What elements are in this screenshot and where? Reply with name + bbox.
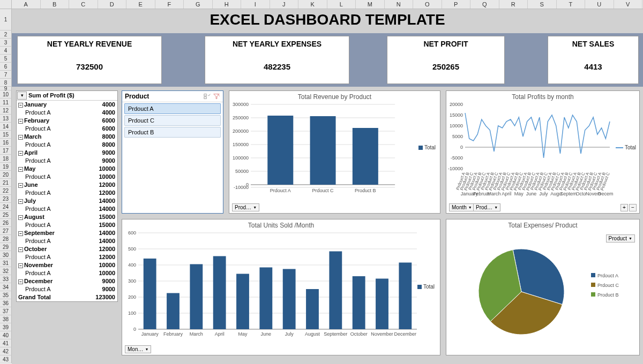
row-header[interactable]: 19: [0, 163, 12, 171]
row-header[interactable]: 22: [0, 187, 12, 195]
col-header[interactable]: F: [155, 0, 184, 9]
row-header[interactable]: 13: [0, 115, 12, 123]
collapse-icon[interactable]: −: [18, 151, 23, 156]
collapse-icon[interactable]: −: [18, 167, 23, 172]
pivot-month-row[interactable]: −March8000: [17, 133, 117, 141]
row-header[interactable]: 29: [0, 243, 12, 251]
collapse-icon[interactable]: −: [18, 103, 23, 108]
col-header[interactable]: G: [184, 0, 213, 9]
row-header[interactable]: 35: [0, 291, 12, 299]
row-header[interactable]: 16: [0, 139, 12, 147]
col-header[interactable]: K: [298, 0, 327, 9]
collapse-icon[interactable]: −: [18, 279, 23, 284]
col-header[interactable]: E: [126, 0, 155, 9]
chart-filter-month-button[interactable]: Month▼: [449, 203, 475, 211]
row-header[interactable]: 20: [0, 171, 12, 179]
pivot-product-row[interactable]: Prdouct A4000: [17, 109, 117, 117]
collapse-icon[interactable]: −: [18, 199, 23, 204]
collapse-icon[interactable]: −: [18, 183, 23, 188]
row-header[interactable]: 18: [0, 155, 12, 163]
pivot-product-row[interactable]: Prdouct A10000: [17, 173, 117, 181]
col-header[interactable]: U: [585, 0, 614, 9]
row-header[interactable]: 14: [0, 123, 12, 131]
col-header[interactable]: R: [499, 0, 528, 9]
select-all-corner[interactable]: [0, 0, 12, 9]
row-header[interactable]: 1: [0, 9, 12, 31]
pivot-filter-button[interactable]: ▾: [17, 92, 27, 100]
row-header[interactable]: 31: [0, 259, 12, 267]
row-header[interactable]: 41: [0, 339, 12, 347]
pivot-month-row[interactable]: −July14000: [17, 197, 117, 205]
row-header[interactable]: 7: [0, 71, 12, 79]
chart-revenue-by-product[interactable]: Total Revenue by Product -10000050000100…: [229, 90, 440, 214]
slicer-item[interactable]: Prdouct A: [124, 103, 221, 114]
pivot-product-row[interactable]: Prdouct A8000: [17, 141, 117, 149]
pivot-product-row[interactable]: Prdouct A10000: [17, 269, 117, 277]
chart-filter-button[interactable]: Mon…▼: [125, 345, 151, 353]
row-header[interactable]: 42: [0, 347, 12, 355]
row-header[interactable]: 4: [0, 47, 12, 55]
pivot-product-row[interactable]: Prdouct A9000: [17, 285, 117, 293]
chart-filter-button[interactable]: Prod…▼: [232, 203, 259, 211]
col-header[interactable]: J: [270, 0, 299, 9]
row-header[interactable]: 25: [0, 211, 12, 219]
col-header[interactable]: N: [385, 0, 414, 9]
row-header[interactable]: 38: [0, 315, 12, 323]
row-header[interactable]: 40: [0, 331, 12, 339]
col-header[interactable]: Q: [470, 0, 499, 9]
collapse-icon[interactable]: −: [18, 263, 23, 268]
col-header[interactable]: T: [557, 0, 586, 9]
pivot-table[interactable]: ▾ Sum of Profit ($) −January4000Prdouct …: [16, 90, 118, 302]
plus-icon[interactable]: +: [620, 204, 628, 211]
pivot-product-row[interactable]: Prdouct A14000: [17, 237, 117, 245]
pivot-product-row[interactable]: Prdouct A12000: [17, 189, 117, 197]
col-header[interactable]: M: [356, 0, 385, 9]
col-header[interactable]: B: [41, 0, 70, 9]
slicer-item[interactable]: Product B: [124, 127, 221, 138]
row-header[interactable]: 36: [0, 299, 12, 307]
pivot-month-row[interactable]: −May10000: [17, 165, 117, 173]
pivot-month-row[interactable]: −February6000: [17, 117, 117, 125]
pivot-month-row[interactable]: −June12000: [17, 181, 117, 189]
row-header[interactable]: 26: [0, 219, 12, 227]
row-header[interactable]: 43: [0, 355, 12, 363]
row-header[interactable]: 27: [0, 227, 12, 235]
col-header[interactable]: S: [528, 0, 557, 9]
row-header[interactable]: 17: [0, 147, 12, 155]
chart-expand-buttons[interactable]: +−: [619, 204, 637, 211]
chart-profits-by-month[interactable]: Total Profits by month -10000-5000050001…: [446, 90, 640, 214]
collapse-icon[interactable]: −: [18, 247, 23, 252]
pivot-month-row[interactable]: −November10000: [17, 261, 117, 269]
pivot-product-row[interactable]: Prdouct A9000: [17, 157, 117, 165]
row-header[interactable]: 28: [0, 235, 12, 243]
pivot-month-row[interactable]: −September14000: [17, 229, 117, 237]
row-header[interactable]: 32: [0, 267, 12, 275]
row-header[interactable]: 39: [0, 323, 12, 331]
row-header[interactable]: 9: [0, 87, 12, 90]
row-header[interactable]: 23: [0, 195, 12, 203]
row-header[interactable]: 15: [0, 131, 12, 139]
chart-units-sold[interactable]: Total Units Sold /Month 0100200300400500…: [122, 219, 440, 355]
pivot-product-row[interactable]: Prdouct A14000: [17, 205, 117, 213]
collapse-icon[interactable]: −: [18, 119, 23, 124]
pivot-product-row[interactable]: Prdouct A15000: [17, 221, 117, 229]
clear-filter-icon[interactable]: [213, 93, 220, 100]
row-header[interactable]: 21: [0, 179, 12, 187]
slicer-item[interactable]: Prdouct C: [124, 115, 221, 126]
chart-filter-button[interactable]: Product▼: [606, 234, 635, 242]
row-header[interactable]: 10: [0, 90, 12, 98]
pivot-product-row[interactable]: Prdouct A12000: [17, 253, 117, 261]
product-slicer[interactable]: Product Prdouct APrdouct CProduct B: [122, 90, 223, 214]
multiselect-icon[interactable]: [204, 93, 211, 100]
row-header[interactable]: 34: [0, 283, 12, 291]
row-header[interactable]: 12: [0, 107, 12, 115]
col-header[interactable]: C: [69, 0, 98, 9]
row-header[interactable]: 24: [0, 203, 12, 211]
pivot-month-row[interactable]: −August15000: [17, 213, 117, 221]
chart-filter-product-button[interactable]: Prod…▼: [473, 203, 500, 211]
col-header[interactable]: I: [241, 0, 270, 9]
row-header[interactable]: 5: [0, 55, 12, 63]
pivot-month-row[interactable]: −October12000: [17, 245, 117, 253]
col-header[interactable]: D: [98, 0, 127, 9]
row-header[interactable]: 3: [0, 39, 12, 47]
